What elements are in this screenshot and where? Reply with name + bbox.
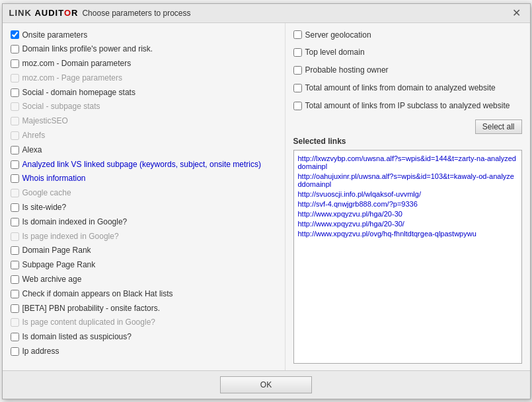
checkbox-label-cb21: Is page content duplicated in Google? (22, 317, 155, 328)
right-checkbox-label-rcb2: Top level domain (305, 47, 365, 58)
right-checkbox-item: Total amount of links from IP subclass t… (293, 100, 522, 112)
checkbox-input-cb22[interactable] (11, 333, 19, 341)
title-bar: LINK AUDITOR Choose parameters to proces… (3, 4, 530, 23)
content-area: Onsite parametersDomain links profile's … (3, 23, 530, 370)
checkbox-label-cb11: Whois information (22, 173, 86, 184)
checkbox-label-cb20: [BETA] PBN probability - onsite factors. (22, 303, 161, 314)
checkbox-label-cb10: Analyzed link VS linked subpage (keyword… (22, 159, 262, 170)
ok-button[interactable]: OK (220, 376, 312, 393)
checkbox-input-cb16[interactable] (11, 246, 19, 255)
checkbox-input-cb10[interactable] (11, 160, 19, 169)
checkbox-input-cb5[interactable] (11, 88, 19, 97)
right-checkbox-input-rcb4[interactable] (293, 84, 302, 92)
right-checkbox-input-rcb2[interactable] (293, 48, 302, 57)
link-entry[interactable]: http://www.xpqyzvu.pl/ovg/hq-fhnltdtqrge… (298, 230, 517, 238)
link-entry[interactable]: http://oahujuxinr.pl/uwsna.alf?s=wpis&id… (298, 172, 517, 188)
checkbox-label-cb4: moz.com - Page parameters (22, 73, 122, 84)
right-checkbox-input-rcb3[interactable] (293, 66, 302, 75)
checkbox-item: moz.com - Page parameters (11, 73, 277, 84)
dialog-title: Choose parameters to process (82, 9, 505, 18)
checkbox-item: Domain links profile's power and risk. (11, 44, 277, 55)
checkbox-item: Subpage Page Rank (11, 259, 277, 271)
checkbox-item: Social - subpage stats (11, 101, 277, 112)
checkbox-label-cb9: Alexa (22, 145, 42, 156)
checkbox-input-cb14[interactable] (11, 218, 19, 226)
right-checkbox-label-rcb3: Probable hosting owner (305, 65, 389, 76)
link-entry[interactable]: http://svf-4.qnwjgrb888.com/?p=9336 (298, 200, 517, 208)
checkbox-label-cb7: MajesticSEO (22, 116, 68, 127)
checkbox-input-cb15 (11, 232, 19, 241)
checkbox-label-cb19: Check if domain appears on Black Hat lis… (22, 288, 173, 300)
checkbox-item: Is domain indexed in Google? (11, 217, 277, 228)
checkbox-input-cb11[interactable] (11, 174, 19, 183)
checkbox-label-cb6: Social - subpage stats (22, 101, 100, 112)
selected-links-label: Selected links (293, 137, 522, 147)
checkbox-label-cb16: Domain Page Rank (22, 245, 91, 256)
checkbox-item: Google cache (11, 187, 277, 199)
right-checkbox-input-rcb1[interactable] (293, 30, 302, 39)
checkbox-input-cb20[interactable] (11, 304, 19, 313)
checkbox-input-cb12 (11, 189, 19, 197)
right-checkbox-input-rcb5[interactable] (293, 102, 302, 110)
left-panel: Onsite parametersDomain links profile's … (3, 23, 285, 370)
checkbox-item: Web archive age (11, 274, 277, 285)
checkbox-label-cb12: Google cache (22, 187, 71, 199)
link-entry[interactable]: http://lxwzvybp.com/uwsna.alf?s=wpis&id=… (298, 154, 517, 170)
checkbox-label-cb14: Is domain indexed in Google? (22, 217, 128, 228)
checkbox-input-cb18[interactable] (11, 275, 19, 284)
checkbox-label-cb13: Is site-wide? (22, 202, 67, 213)
app-logo: LINK AUDITOR (9, 8, 79, 18)
checkbox-label-cb23: Ip address (22, 346, 59, 357)
checkbox-input-cb4 (11, 74, 19, 83)
checkbox-item: MajesticSEO (11, 116, 277, 127)
checkbox-item: Onsite parameters (11, 30, 277, 41)
checkbox-input-cb17[interactable] (11, 261, 19, 269)
close-button[interactable]: ✕ (510, 8, 523, 18)
checkbox-item: Ip address (11, 346, 277, 357)
checkbox-input-cb1[interactable] (11, 30, 19, 39)
checkbox-label-cb1: Onsite parameters (22, 30, 88, 41)
checkbox-item: [BETA] PBN probability - onsite factors. (11, 303, 277, 314)
checkbox-label-cb22: Is domain listed as suspicious? (22, 331, 132, 343)
right-checkbox-item: Server geolocation (293, 30, 522, 41)
right-checkbox-label-rcb4: Total amount of links from domain to ana… (305, 83, 496, 94)
right-panel: Server geolocationTop level domainProbab… (285, 23, 530, 370)
right-checkbox-item: Probable hosting owner (293, 65, 522, 76)
checkbox-label-cb2: Domain links profile's power and risk. (22, 44, 153, 55)
checkbox-item: Is site-wide? (11, 202, 277, 213)
right-checkbox-label-rcb5: Total amount of links from IP subclass t… (305, 100, 510, 112)
checkbox-input-cb6 (11, 102, 19, 111)
checkbox-label-cb18: Web archive age (22, 274, 82, 285)
selected-links-box: http://lxwzvybp.com/uwsna.alf?s=wpis&id=… (293, 150, 522, 363)
checkbox-item: Analyzed link VS linked subpage (keyword… (11, 159, 277, 170)
right-checkbox-item: Top level domain (293, 47, 522, 58)
dialog: LINK AUDITOR Choose parameters to proces… (2, 3, 531, 399)
checkbox-input-cb23[interactable] (11, 347, 19, 356)
select-all-button[interactable]: Select all (475, 119, 522, 134)
checkbox-label-cb5: Social - domain homepage stats (22, 87, 135, 98)
checkbox-item: Alexa (11, 145, 277, 156)
checkbox-input-cb9[interactable] (11, 146, 19, 154)
link-entry[interactable]: http://www.xpqyzvu.pl/hga/20-30/ (298, 220, 517, 228)
checkbox-input-cb2[interactable] (11, 45, 19, 53)
checkbox-input-cb8 (11, 131, 19, 140)
checkbox-input-cb19[interactable] (11, 290, 19, 298)
right-checkbox-item: Total amount of links from domain to ana… (293, 83, 522, 94)
checkbox-item: Is page indexed in Google? (11, 231, 277, 242)
checkbox-input-cb3[interactable] (11, 59, 19, 68)
checkbox-label-cb8: Ahrefs (22, 130, 46, 141)
link-entry[interactable]: http://svuoscji.info.pl/wlqaksof-uvvmlg/ (298, 190, 517, 198)
checkbox-item: Whois information (11, 173, 277, 184)
checkbox-item: Check if domain appears on Black Hat lis… (11, 288, 277, 300)
checkbox-item: Social - domain homepage stats (11, 87, 277, 98)
checkbox-item: moz.com - Domain parameters (11, 58, 277, 69)
checkbox-input-cb21 (11, 318, 19, 327)
select-all-row: Select all (293, 119, 522, 134)
right-checkboxes-area: Server geolocationTop level domainProbab… (293, 30, 522, 115)
checkbox-input-cb13[interactable] (11, 203, 19, 212)
checkbox-label-cb3: moz.com - Domain parameters (22, 58, 132, 69)
checkbox-item: Is page content duplicated in Google? (11, 317, 277, 328)
right-checkbox-label-rcb1: Server geolocation (305, 30, 371, 41)
checkbox-item: Ahrefs (11, 130, 277, 141)
link-entry[interactable]: http://www.xpqyzvu.pl/hga/20-30 (298, 210, 517, 218)
